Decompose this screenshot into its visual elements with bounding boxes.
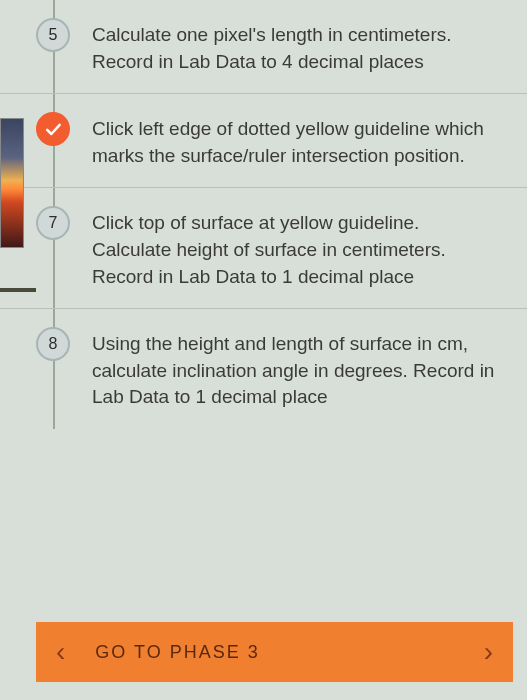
step-7: 7 Click top of surface at yellow guideli…: [0, 188, 527, 309]
step-number-badge: 8: [36, 327, 70, 361]
step-8: 8 Using the height and length of surface…: [0, 309, 527, 429]
step-text: Click top of surface at yellow guideline…: [92, 206, 507, 290]
preview-thumbnail: [0, 118, 24, 248]
step-text: Using the height and length of surface i…: [92, 327, 507, 411]
step-5: 5 Calculate one pixel's length in centim…: [0, 0, 527, 94]
phase-button-label: GO TO PHASE 3: [65, 642, 483, 663]
step-text: Calculate one pixel's length in centimet…: [92, 18, 507, 75]
chevron-left-icon: ‹: [56, 636, 65, 668]
go-to-phase-button[interactable]: ‹ GO TO PHASE 3 ›: [36, 622, 513, 682]
ruler-mark: [0, 288, 36, 292]
step-text: Click left edge of dotted yellow guideli…: [92, 112, 507, 169]
step-number-badge: 5: [36, 18, 70, 52]
chevron-right-icon: ›: [484, 636, 493, 668]
step-6-completed: Click left edge of dotted yellow guideli…: [0, 94, 527, 188]
step-number-badge: 7: [36, 206, 70, 240]
checkmark-icon: [36, 112, 70, 146]
